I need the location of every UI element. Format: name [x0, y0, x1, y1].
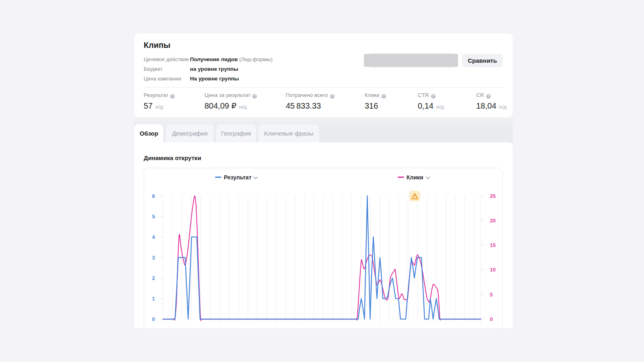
svg-text:2: 2 [152, 275, 155, 281]
svg-text:0: 0 [152, 316, 155, 322]
svg-text:0: 0 [490, 316, 493, 322]
svg-text:15: 15 [490, 242, 495, 248]
svg-text:5: 5 [152, 214, 155, 220]
svg-text:20: 20 [490, 218, 495, 224]
svg-text:4: 4 [152, 234, 155, 240]
svg-text:1: 1 [152, 296, 155, 302]
svg-text:3: 3 [152, 255, 155, 261]
svg-text:6: 6 [152, 193, 155, 199]
svg-text:25: 25 [490, 193, 495, 199]
svg-text:10: 10 [490, 267, 495, 273]
svg-text:5: 5 [490, 292, 493, 298]
